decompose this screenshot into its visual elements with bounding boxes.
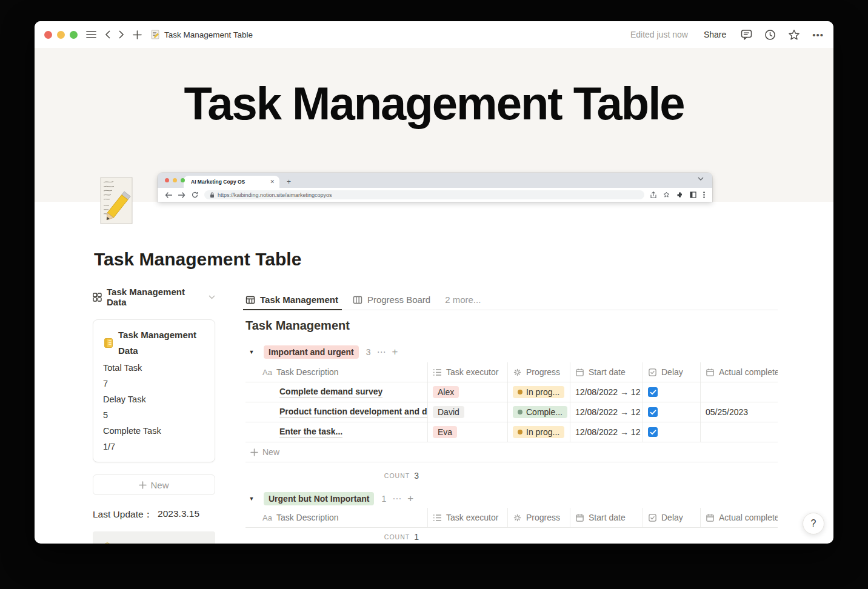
column-header-progress[interactable]: Progress: [507, 508, 570, 527]
group-header-important-urgent[interactable]: ▼ Important and urgent 3 ⋯ +: [245, 344, 778, 360]
group-count-row: COUNT 1: [245, 528, 778, 544]
favorite-star-icon[interactable]: [788, 29, 800, 41]
delay-checkbox-checked[interactable]: [648, 407, 658, 417]
back-icon[interactable]: [105, 30, 110, 39]
callout-block: This is a free task management system.: [93, 531, 215, 544]
start-date-cell[interactable]: 12/08/2022 → 12: [570, 422, 643, 442]
close-button[interactable]: [44, 31, 52, 39]
column-header-actual-complete[interactable]: Actual complete: [700, 362, 778, 382]
callout-text: This is a free task management system.: [119, 541, 201, 544]
group-name-pill: Important and urgent: [264, 345, 359, 359]
column-header-start-date[interactable]: Start date: [570, 362, 643, 382]
summary-line: Complete Task: [103, 423, 205, 439]
linked-db-title-row[interactable]: Task Management Data: [93, 288, 215, 306]
table-new-row-button[interactable]: New: [245, 442, 778, 462]
text-property-icon: Aa: [262, 368, 272, 377]
summary-card[interactable]: Task Management Data Total Task 7 Delay …: [93, 319, 215, 462]
start-date-cell[interactable]: 12/08/2022 → 12: [570, 402, 643, 422]
comments-icon[interactable]: [741, 29, 752, 40]
column-header-task-executor[interactable]: Task executor: [427, 508, 507, 527]
cover-browser-mockup: AI Marketing Copy OS ✕ +: [158, 173, 712, 202]
zoom-button[interactable]: [70, 31, 78, 39]
edited-status: Edited just now: [630, 30, 688, 39]
executor-tag[interactable]: David: [433, 406, 464, 418]
cover-big-title: Task Management Table: [35, 77, 833, 130]
count-value[interactable]: 3: [414, 471, 419, 481]
tabs-more-button[interactable]: 2 more...: [445, 294, 481, 305]
table-view-icon: [245, 295, 255, 305]
group-name-pill: Urgent but Not Important: [264, 492, 374, 505]
group-more-icon[interactable]: ⋯: [377, 347, 386, 358]
left-column: Task Management Data Task Management Dat…: [93, 288, 215, 544]
chevron-down-icon: [209, 295, 215, 299]
history-icon[interactable]: [764, 29, 776, 41]
executor-tag[interactable]: Alex: [433, 386, 459, 398]
browser-zoom-button: [181, 178, 185, 182]
column-header-delay[interactable]: Delay: [643, 362, 700, 382]
titlebar-page-title: Task Management Table: [164, 30, 253, 39]
status-property-icon: [513, 513, 522, 522]
task-title-link[interactable]: Complete demand survey: [279, 387, 382, 398]
browser-back-icon: [165, 192, 172, 198]
column-header-progress[interactable]: Progress: [507, 362, 570, 382]
actual-complete-cell[interactable]: [700, 422, 778, 442]
progress-tag[interactable]: Comple...: [513, 406, 567, 418]
browser-bookmark-star-icon: [663, 191, 670, 198]
column-header-delay[interactable]: Delay: [643, 508, 700, 527]
table-row[interactable]: Enter the task... Eva In prog... 12/08/2…: [245, 422, 778, 442]
group-add-icon[interactable]: +: [407, 493, 413, 505]
column-header-task-description[interactable]: Aa Task Description: [245, 508, 427, 527]
column-header-task-executor[interactable]: Task executor: [427, 362, 507, 382]
checkbox-property-icon: [648, 513, 657, 522]
table-row[interactable]: Product function development and de Davi…: [245, 402, 778, 422]
collapse-triangle-icon[interactable]: ▼: [245, 349, 258, 355]
memo-page-icon: [150, 30, 160, 39]
actual-complete-cell[interactable]: [700, 382, 778, 402]
status-property-icon: [513, 368, 522, 377]
status-dot: [518, 430, 522, 434]
table-header-row: Aa Task Description Task executor Progre…: [245, 508, 778, 528]
browser-tab: AI Marketing Copy OS ✕: [184, 176, 279, 188]
breadcrumb[interactable]: Task Management Table: [150, 30, 253, 39]
column-header-actual-complete[interactable]: Actual complete: [700, 508, 778, 527]
browser-reload-icon: [192, 191, 198, 198]
collapse-triangle-icon[interactable]: ▼: [245, 496, 258, 502]
more-options-icon[interactable]: •••: [812, 30, 824, 40]
group-more-icon[interactable]: ⋯: [392, 493, 401, 504]
executor-tag[interactable]: Eva: [433, 426, 457, 438]
task-title-link[interactable]: Enter the task...: [279, 427, 342, 438]
delay-checkbox-checked[interactable]: [648, 387, 658, 397]
count-value[interactable]: 1: [414, 532, 419, 542]
plus-icon: [250, 448, 258, 456]
page-icon-memo[interactable]: [97, 176, 138, 225]
summary-line: 1/7: [103, 439, 205, 454]
browser-sidepanel-icon: [690, 191, 696, 198]
browser-url-field: https://kaibinding.notion.site/aimarketi…: [204, 190, 644, 199]
group-header-urgent-not-important[interactable]: ▼ Urgent but Not Important 1 ⋯ +: [245, 491, 778, 507]
column-header-task-description[interactable]: Aa Task Description: [245, 362, 427, 382]
tab-progress-board[interactable]: Progress Board: [353, 290, 430, 310]
progress-tag[interactable]: In prog...: [513, 426, 564, 438]
group-add-icon[interactable]: +: [392, 346, 398, 358]
checkbox-property-icon: [648, 368, 657, 377]
start-date-cell[interactable]: 12/08/2022 → 12: [570, 382, 643, 402]
delay-checkbox-checked[interactable]: [648, 427, 658, 437]
sidebar-menu-icon[interactable]: [86, 30, 96, 39]
calendar-icon: [706, 368, 715, 377]
new-tab-icon[interactable]: [133, 30, 142, 39]
summary-card-title: Task Management Data: [118, 327, 205, 359]
tab-task-management[interactable]: Task Management: [245, 290, 338, 310]
minimize-button[interactable]: [57, 31, 65, 39]
summary-line: 5: [103, 407, 205, 423]
list-property-icon: [433, 368, 442, 376]
column-header-start-date[interactable]: Start date: [570, 508, 643, 527]
share-button[interactable]: Share: [704, 30, 726, 39]
plus-icon: [139, 481, 147, 489]
help-button[interactable]: ?: [803, 513, 824, 534]
table-row[interactable]: Complete demand survey Alex In prog... 1…: [245, 382, 778, 402]
actual-complete-cell[interactable]: 05/25/2023: [700, 402, 778, 422]
task-title-link[interactable]: Product function development and de: [279, 407, 427, 418]
forward-icon[interactable]: [119, 30, 124, 39]
sidebar-new-button[interactable]: New: [93, 474, 215, 495]
progress-tag[interactable]: In prog...: [513, 386, 564, 398]
